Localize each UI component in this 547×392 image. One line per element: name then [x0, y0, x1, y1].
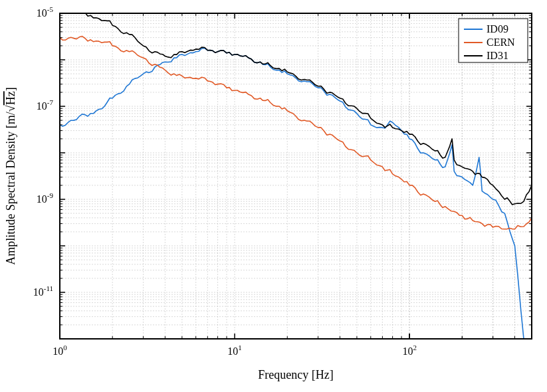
- x-tick-labels: 100101102: [53, 343, 417, 357]
- legend-label-id31: ID31: [487, 50, 508, 61]
- chart-container: 100101102 10-1110-910-710-5 Frequency [H…: [0, 0, 547, 392]
- legend-label-id09: ID09: [487, 23, 508, 35]
- svg-text:102: 102: [402, 343, 417, 357]
- y-axis-label: Amplitude Spectral Density [m/√Hz]: [4, 87, 17, 264]
- line-chart: 100101102 10-1110-910-710-5 Frequency [H…: [0, 0, 547, 392]
- svg-text:101: 101: [227, 343, 242, 357]
- svg-text:10-7: 10-7: [37, 98, 54, 112]
- y-tick-labels: 10-1110-910-710-5: [33, 5, 54, 298]
- legend-label-cern: CERN: [487, 37, 515, 48]
- x-axis-label: Frequency [Hz]: [258, 368, 333, 381]
- svg-text:10-9: 10-9: [37, 191, 54, 205]
- svg-text:10-11: 10-11: [33, 284, 53, 298]
- svg-text:100: 100: [53, 343, 67, 357]
- series-cern: [60, 37, 532, 229]
- legend: ID09CERNID31: [459, 19, 528, 62]
- series-id09: [60, 49, 524, 340]
- svg-text:10-5: 10-5: [37, 5, 54, 19]
